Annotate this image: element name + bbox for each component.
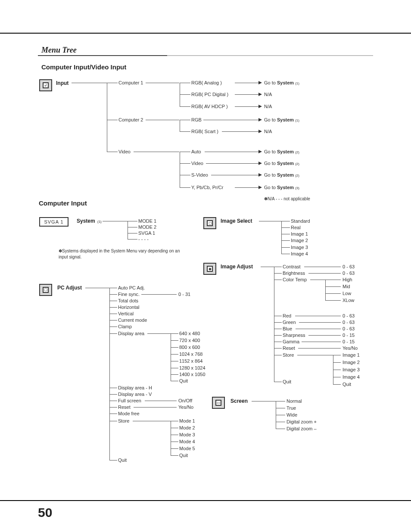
pc-store: Store [118,418,129,423]
rgb-analog: RGB( Analog ) [191,80,222,85]
rgb-pc-digital: RGB( PC Digital ) [191,92,228,97]
system-dashes: - - - - [138,236,149,242]
red: Red [283,313,291,318]
goto-system1-b: Go to System (1) [264,117,299,122]
rgb-av-hdcp: RGB( AV HDCP ) [191,104,228,109]
imgsel-4: Image 3 [291,245,308,250]
system-svga1: SVGA 1 [138,230,155,236]
system-mode1: MODE 1 [138,218,156,224]
system-sub: (1) [97,220,102,224]
display-area-v: Display area - V [118,392,152,397]
res-3: 1024 x 768 [179,352,202,357]
img-quit: Quit [283,379,291,384]
screen-4: Digital zoom – [286,426,317,431]
res-1: 720 x 400 [179,338,200,343]
fine-sync-val: 0 - 31 [178,292,190,297]
res-4: 1152 x 864 [179,358,202,364]
horizontal: Horizontal [118,305,140,310]
vertical: Vertical [118,311,134,316]
menu-tree-title: Menu Tree [41,46,77,55]
screen-2: Wide [286,412,297,417]
img-store-4: Quit [342,382,351,387]
input-label: Input [56,80,68,86]
imgsel-2: Image 1 [291,231,308,236]
system-mode2: MODE 2 [138,224,156,230]
screen-0: Normal [286,398,302,404]
na-2: N/A [264,104,272,109]
arrow-icon [258,162,262,165]
img-reset: Reset [283,345,295,351]
system-label: System [77,218,95,224]
video-ypbcb: Y, Pb/Cb, Pr/Cr [191,185,223,190]
arrow-icon [258,173,262,177]
blue-val: 0 - 63 [342,326,355,331]
contrast: Contrast [283,264,301,269]
na-1: N/A [264,92,272,97]
ct-high: High [342,277,352,282]
video-auto: Auto [191,149,201,154]
pc-adjust-label: PC Adjust [57,285,82,291]
full-screen: Full screen [118,398,141,403]
arrow-icon [258,93,262,96]
video-svideo: S-Video [191,172,208,177]
arrow-icon [258,130,262,133]
arrow-icon [258,105,262,108]
total-dots: Total dots [118,298,138,303]
green-val: 0 - 63 [342,320,355,325]
screen-label: Screen [230,398,248,404]
img-store-2: Image 3 [342,367,360,372]
pc-reset-val: Yes/No [178,404,193,410]
screen-1: True [286,405,296,411]
rgb: RGB [191,117,202,122]
brightness-val: 0 - 63 [342,271,355,276]
image-adjust-icon: ◆ [203,263,216,275]
arrow-icon [258,150,262,153]
video-video: Video [191,161,203,166]
res-5: 1280 x 1024 [179,365,206,370]
green: Green [283,320,296,325]
computer1-label: Computer 1 [118,80,143,85]
ct-low: Low [342,291,351,296]
na-note: ✽N/A - - - not applicable [264,196,310,201]
pc-reset: Reset [118,404,131,410]
img-store-1: Image 2 [342,360,360,365]
computer-input-video-input-heading: Computer Input/Video Input [41,63,126,71]
sharpness-val: 0 - 15 [342,333,355,338]
goto-system3: Go to System (3) [264,185,299,190]
image-adjust-label: Image Adjust [221,264,253,270]
res-0: 640 x 480 [179,331,200,336]
imgsel-5: Image 4 [291,251,308,256]
screen-3: Digital zoom + [286,419,317,424]
na-3: N/A [264,129,272,134]
gamma-val: 0 - 15 [342,339,355,344]
store-mode-5: Quit [179,453,188,458]
img-reset-val: Yes/No [342,345,358,351]
arrow-icon [258,118,262,121]
system-footnote: ✽Systems displayed in the System Menu va… [59,248,188,260]
mode-free: Mode free [118,411,140,416]
ct-xlow: XLow [342,298,355,303]
svga1-icon: SVGA 1 [39,217,68,227]
goto-system2-b: Go to System (2) [264,161,299,166]
res-2: 800 x 600 [179,345,200,350]
imgsel-3: Image 2 [291,238,308,243]
store-mode-1: Mode 2 [179,425,195,430]
gamma: Gamma [283,339,299,344]
current-mode: Current mode [118,317,147,323]
goto-system2-a: Go to System (2) [264,149,299,154]
red-val: 0 - 63 [342,313,355,318]
computer2-label: Computer 2 [118,117,143,122]
store-mode-2: Mode 3 [179,432,195,437]
arrow-icon [258,81,262,84]
image-select-label: Image Select [221,218,252,224]
img-store-3: Image 4 [342,374,360,380]
imgsel-1: Real [291,225,301,230]
store-mode-4: Mode 5 [179,446,195,451]
store-mode-0: Mode 1 [179,418,195,423]
display-area-h: Display area - H [118,385,152,390]
image-select-icon: ◻ [203,217,216,229]
pc-quit: Quit [118,457,127,463]
res-6: 1400 x 1050 [179,372,206,377]
video-label: Video [118,149,131,154]
blue: Blue [283,326,292,331]
